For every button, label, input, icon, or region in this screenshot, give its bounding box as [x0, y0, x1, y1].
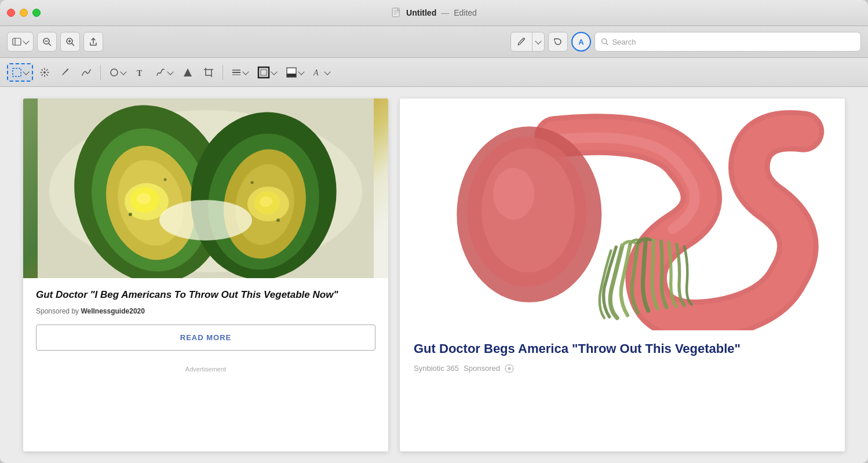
- svg-point-54: [159, 200, 252, 240]
- share-icon: [89, 37, 98, 46]
- close-button[interactable]: [7, 9, 15, 17]
- chevron-down-icon: [535, 38, 541, 44]
- left-card-image: [23, 99, 388, 278]
- window-title: Untitled — Edited: [391, 8, 477, 18]
- undo-icon: [553, 37, 563, 46]
- author-icon-letter: A: [578, 38, 583, 46]
- curve-tool-button[interactable]: [77, 63, 96, 82]
- svg-point-21: [43, 71, 46, 74]
- toolbar-divider-2: [223, 65, 223, 80]
- chevron-down-icon: [23, 68, 29, 75]
- pen-tool-group[interactable]: [510, 32, 545, 52]
- svg-point-56: [164, 178, 167, 181]
- left-card-read-more-button[interactable]: READ MORE: [36, 325, 375, 351]
- zoom-out-icon: [42, 37, 52, 46]
- svg-point-63: [493, 168, 534, 220]
- signature-icon: [156, 67, 166, 78]
- chevron-down-icon: [23, 38, 29, 44]
- left-card-title: Gut Doctor "I Beg Americans To Throw Out…: [36, 289, 375, 301]
- text-tool-button[interactable]: T: [132, 63, 150, 82]
- svg-point-46: [137, 193, 151, 205]
- font-icon: A: [313, 67, 323, 78]
- right-ad-card: Gut Doctor Begs America "Throw Out This …: [400, 99, 845, 451]
- left-card-content: Gut Doctor "I Beg Americans To Throw Out…: [23, 278, 388, 361]
- svg-rect-36: [287, 74, 296, 77]
- svg-point-55: [129, 213, 132, 216]
- selection-icon: [12, 67, 22, 78]
- svg-line-20: [42, 74, 43, 75]
- svg-line-5: [49, 43, 51, 46]
- shape-icon: [109, 67, 119, 78]
- crop-icon: [203, 67, 214, 78]
- svg-rect-12: [13, 68, 21, 76]
- chevron-down-icon: [298, 68, 304, 75]
- zoom-in-button[interactable]: [60, 32, 80, 52]
- canvas-area: Gut Doctor "I Beg Americans To Throw Out…: [0, 87, 868, 463]
- toolbar-divider: [100, 65, 101, 80]
- secondary-toolbar: T: [0, 58, 868, 87]
- fill-icon: [183, 67, 193, 78]
- svg-line-9: [72, 43, 74, 46]
- svg-point-57: [251, 181, 254, 184]
- color-tool-button[interactable]: [282, 63, 307, 82]
- svg-line-19: [47, 70, 48, 71]
- avocado-illustration: [23, 99, 388, 278]
- right-card-content: Gut Doctor Begs America "Throw Out This …: [400, 330, 845, 382]
- minimize-button[interactable]: [20, 9, 28, 17]
- left-card-ad-label: Advertisement: [23, 361, 388, 377]
- document-title: Untitled: [406, 8, 436, 17]
- chevron-down-icon: [242, 68, 249, 75]
- pen-tool-button[interactable]: [511, 32, 533, 51]
- magic-wand-button[interactable]: [35, 63, 54, 82]
- right-card-meta: Synbiotic 365 Sponsored: [414, 364, 831, 373]
- zoom-out-button[interactable]: [37, 32, 57, 52]
- svg-rect-34: [261, 70, 267, 75]
- curve-icon: [81, 67, 92, 78]
- selection-tool-button[interactable]: [7, 63, 33, 82]
- chevron-down-icon: [167, 68, 173, 75]
- shape-tool-button[interactable]: [105, 63, 129, 82]
- sidebar-toggle-button[interactable]: [7, 32, 34, 52]
- chevron-down-icon: [324, 68, 330, 75]
- svg-line-18: [47, 74, 48, 75]
- svg-point-65: [508, 367, 510, 370]
- search-container: [595, 32, 861, 52]
- font-tool-button[interactable]: A: [309, 63, 333, 82]
- left-card-sponsor: Sponsored by Wellnessguide2020: [36, 307, 375, 315]
- share-button[interactable]: [83, 32, 103, 52]
- search-icon: [601, 38, 608, 46]
- crop-tool-button[interactable]: [199, 63, 218, 82]
- svg-marker-24: [184, 68, 192, 76]
- search-input[interactable]: [612, 38, 855, 46]
- right-card-sponsored: Sponsored: [464, 364, 500, 373]
- history-back-button[interactable]: [548, 32, 568, 52]
- titlebar: Untitled — Edited: [0, 0, 868, 26]
- border-icon: [257, 66, 270, 79]
- signature-tool-button[interactable]: [152, 63, 176, 82]
- svg-rect-1: [13, 38, 21, 45]
- chevron-down-icon: [120, 68, 126, 75]
- right-card-title: Gut Doctor Begs America "Throw Out This …: [414, 341, 831, 357]
- svg-line-17: [42, 70, 43, 71]
- svg-text:A: A: [313, 68, 319, 77]
- gut-illustration: [400, 99, 845, 330]
- svg-rect-25: [206, 70, 211, 75]
- svg-text:T: T: [137, 69, 143, 78]
- traffic-lights: [7, 9, 41, 17]
- main-toolbar: A: [0, 26, 868, 58]
- lines-tool-button[interactable]: [228, 63, 251, 82]
- document-icon: [391, 8, 402, 18]
- pen-dropdown-button[interactable]: [533, 32, 544, 51]
- svg-point-53: [260, 196, 272, 207]
- fill-tool-button[interactable]: [178, 63, 197, 82]
- color-icon: [286, 67, 297, 78]
- smooth-pen-button[interactable]: [56, 63, 75, 82]
- border-tool-button[interactable]: [254, 63, 280, 82]
- author-button[interactable]: A: [571, 32, 591, 52]
- maximize-button[interactable]: [32, 9, 41, 17]
- right-card-image: [400, 99, 845, 330]
- chevron-down-icon: [271, 68, 277, 75]
- lines-icon: [231, 67, 242, 78]
- sidebar-icon: [12, 37, 21, 46]
- settings-icon: [505, 364, 514, 373]
